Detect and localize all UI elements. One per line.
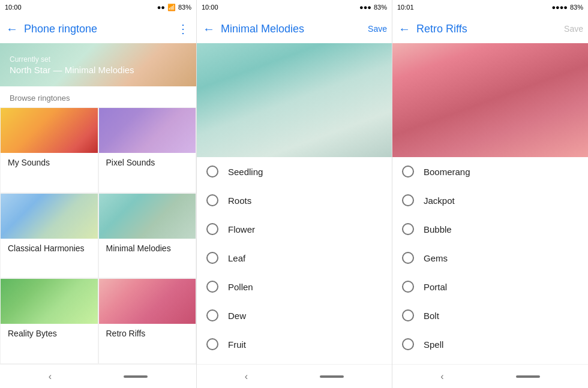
- list-item[interactable]: Bolt: [392, 301, 588, 330]
- status-icons-1: ●● 📶 83%: [157, 4, 191, 11]
- panel-minimal-melodies: 10:00 ●●● 83% ← Minimal Melodies Save Se…: [197, 0, 392, 388]
- page-title-1: Phone ringtone: [24, 23, 175, 35]
- time-2: 10:00: [202, 4, 218, 11]
- thumb-my-sounds: [1, 108, 98, 153]
- radio-dew[interactable]: [206, 309, 218, 321]
- notification-icon: ●●: [157, 4, 165, 11]
- song-name-jackpot: Jackpot: [424, 195, 455, 206]
- grid-item-pixel-sounds[interactable]: Pixel Sounds: [98, 107, 197, 193]
- list-item[interactable]: Boomerang: [392, 157, 588, 186]
- thumb-classical: [1, 194, 98, 239]
- back-button-2[interactable]: ←: [202, 22, 216, 36]
- list-item[interactable]: Coins: [392, 359, 588, 364]
- list-item[interactable]: Gems: [392, 243, 588, 272]
- app-bar-3: ← Retro Riffs Save: [392, 14, 588, 43]
- grid-item-minimal[interactable]: Minimal Melodies: [98, 193, 197, 279]
- grid-label-my-sounds: My Sounds: [1, 153, 98, 173]
- time-1: 10:00: [5, 4, 22, 11]
- radio-portal[interactable]: [402, 281, 414, 293]
- song-name-flower: Flower: [228, 224, 255, 234]
- currently-set-label: Currently set: [10, 55, 187, 64]
- back-nav-2[interactable]: ‹: [245, 371, 248, 382]
- home-pill-3[interactable]: [516, 375, 540, 378]
- app-bar-1: ← Phone ringtone ⋮: [0, 14, 196, 43]
- radio-boomerang[interactable]: [402, 166, 414, 178]
- radio-spell[interactable]: [402, 338, 414, 350]
- thumb-retro: [99, 279, 196, 324]
- more-options-button[interactable]: ⋮: [175, 19, 191, 38]
- page-title-3: Retro Riffs: [416, 23, 564, 35]
- radio-roots[interactable]: [206, 194, 218, 206]
- page-title-2: Minimal Melodies: [221, 23, 368, 35]
- browse-label: Browse ringtones: [0, 86, 196, 107]
- ringtone-grid: My Sounds Pixel Sounds Classical Harmoni…: [0, 107, 196, 364]
- radio-gems[interactable]: [402, 252, 414, 264]
- song-name-leaf: Leaf: [228, 253, 245, 263]
- grid-item-reality[interactable]: Reality Bytes: [0, 278, 98, 364]
- grid-item-my-sounds[interactable]: My Sounds: [0, 107, 98, 193]
- grid-label-classical: Classical Harmonies: [1, 239, 98, 259]
- notification-icon-2: ●●●: [359, 4, 371, 11]
- app-bar-2: ← Minimal Melodies Save: [197, 14, 392, 43]
- song-list-minimal: Seedling Roots Flower Leaf Pollen Dew Fr…: [197, 157, 392, 364]
- list-item[interactable]: Dew: [197, 301, 392, 330]
- home-pill-1[interactable]: [124, 375, 148, 378]
- time-3: 10:01: [397, 4, 414, 11]
- save-button-2[interactable]: Save: [368, 24, 387, 34]
- back-button-1[interactable]: ←: [5, 22, 19, 36]
- battery-3: 83%: [570, 4, 583, 11]
- back-nav-1[interactable]: ‹: [49, 371, 52, 382]
- radio-seedling[interactable]: [206, 166, 218, 178]
- list-item[interactable]: Leaf: [197, 243, 392, 272]
- list-item[interactable]: Portal: [392, 272, 588, 301]
- wifi-icon: 📶: [167, 4, 176, 11]
- currently-set-value: North Star — Minimal Melodies: [10, 65, 187, 75]
- thumb-reality: [1, 279, 98, 324]
- radio-fruit[interactable]: [206, 338, 218, 350]
- hero-minimal: [197, 43, 392, 157]
- thumb-pixel-sounds: [99, 108, 196, 153]
- battery-1: 83%: [178, 4, 191, 11]
- list-item[interactable]: Pollen: [197, 272, 392, 301]
- radio-bubble[interactable]: [402, 223, 414, 235]
- radio-pollen[interactable]: [206, 281, 218, 293]
- list-item[interactable]: Jackpot: [392, 186, 588, 215]
- list-item[interactable]: Roots: [197, 186, 392, 215]
- back-nav-3[interactable]: ‹: [440, 371, 443, 382]
- grid-label-retro: Retro Riffs: [99, 324, 196, 344]
- home-pill-2[interactable]: [320, 375, 344, 378]
- grid-label-minimal: Minimal Melodies: [99, 239, 196, 259]
- list-item[interactable]: Stem: [197, 359, 392, 364]
- bottom-nav-2: ‹: [197, 364, 392, 388]
- song-name-fruit: Fruit: [228, 339, 246, 350]
- song-name-bubble: Bubble: [424, 224, 452, 234]
- list-item[interactable]: Flower: [197, 215, 392, 243]
- currently-set-banner: Currently set North Star — Minimal Melod…: [0, 43, 196, 86]
- save-button-3[interactable]: Save: [564, 24, 583, 34]
- hero-retro: [392, 43, 588, 157]
- status-icons-2: ●●● 83%: [359, 4, 387, 11]
- list-item[interactable]: Bubble: [392, 215, 588, 243]
- grid-item-retro[interactable]: Retro Riffs: [98, 278, 197, 364]
- panel-phone-ringtone: 10:00 ●● 📶 83% ← Phone ringtone ⋮ Curren…: [0, 0, 197, 388]
- grid-label-pixel-sounds: Pixel Sounds: [99, 153, 196, 173]
- list-item[interactable]: Seedling: [197, 157, 392, 186]
- song-name-boomerang: Boomerang: [424, 167, 470, 177]
- list-item[interactable]: Spell: [392, 330, 588, 359]
- list-item[interactable]: Fruit: [197, 330, 392, 359]
- radio-jackpot[interactable]: [402, 194, 414, 206]
- song-name-portal: Portal: [424, 282, 447, 292]
- song-name-pollen: Pollen: [228, 282, 253, 292]
- song-list-retro: Boomerang Jackpot Bubble Gems Portal Bol…: [392, 157, 588, 364]
- grid-label-reality: Reality Bytes: [1, 324, 98, 344]
- notification-icon-3: ●●●●: [551, 4, 568, 11]
- status-bar-2: 10:00 ●●● 83%: [197, 0, 392, 14]
- grid-item-classical[interactable]: Classical Harmonies: [0, 193, 98, 279]
- radio-flower[interactable]: [206, 223, 218, 235]
- song-name-roots: Roots: [228, 195, 251, 206]
- radio-bolt[interactable]: [402, 309, 414, 321]
- thumb-minimal: [99, 194, 196, 239]
- bottom-nav-1: ‹: [0, 364, 196, 388]
- radio-leaf[interactable]: [206, 252, 218, 264]
- back-button-3[interactable]: ←: [397, 22, 412, 36]
